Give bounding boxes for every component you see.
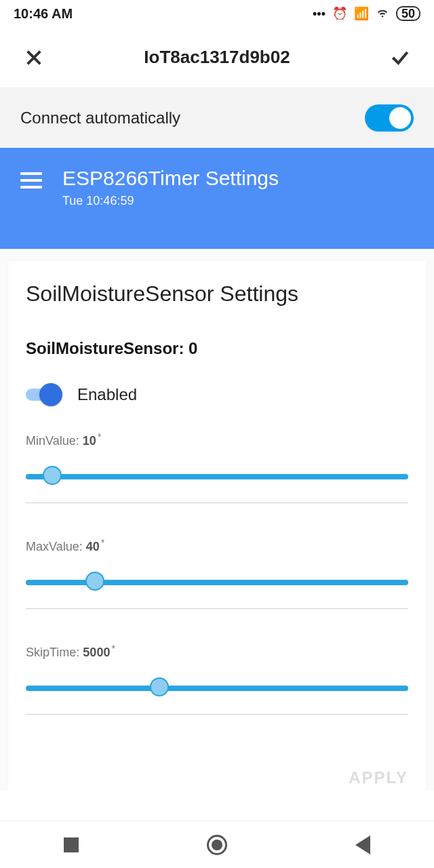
slider-track[interactable] <box>26 471 408 479</box>
battery-indicator: 50 <box>396 6 420 21</box>
content-area: SoilMoistureSensor Settings SoilMoisture… <box>0 249 434 790</box>
appbar-titles: ESP8266Timer Settings Tue 10:46:59 <box>62 167 279 208</box>
card-heading: SoilMoistureSensor Settings <box>26 281 408 307</box>
slider-label: SkipTime: 5000* <box>26 643 408 660</box>
divider <box>26 502 408 503</box>
connect-automatically-toggle[interactable] <box>365 104 414 132</box>
slider-track[interactable] <box>26 683 408 691</box>
ssid-title: IoT8ac1317d9b02 <box>144 47 290 68</box>
status-right: ••• ⏰ 📶 50 <box>313 5 420 22</box>
android-nav-bar <box>0 821 434 868</box>
signal-icon: 📶 <box>354 6 369 21</box>
confirm-button[interactable] <box>387 44 414 71</box>
toggle-knob <box>389 107 411 129</box>
menu-button[interactable] <box>20 172 42 189</box>
app-bar: ESP8266Timer Settings Tue 10:46:59 <box>0 148 434 249</box>
close-icon <box>23 47 45 68</box>
slider-track[interactable] <box>26 577 408 585</box>
alarm-icon: ⏰ <box>332 6 347 21</box>
slider-skiptime: SkipTime: 5000* <box>26 643 408 715</box>
card-subheading: SoilMoistureSensor: 0 <box>26 339 408 358</box>
wifi-icon <box>376 5 389 22</box>
ssid-header: IoT8ac1317d9b02 <box>0 27 434 88</box>
enabled-switch[interactable] <box>26 389 58 401</box>
status-time: 10:46 AM <box>14 6 73 22</box>
apply-button[interactable]: APPLY <box>349 768 408 787</box>
slider-thumb[interactable] <box>150 677 169 696</box>
more-icon: ••• <box>313 7 326 21</box>
connect-automatically-row: Connect automatically <box>0 88 434 148</box>
divider <box>26 608 408 609</box>
appbar-title: ESP8266Timer Settings <box>62 167 279 190</box>
enabled-label: Enabled <box>77 385 137 404</box>
slider-maxvalue: MaxValue: 40* <box>26 537 408 609</box>
android-status-bar: 10:46 AM ••• ⏰ 📶 50 <box>0 0 434 27</box>
slider-thumb[interactable] <box>85 572 104 591</box>
close-button[interactable] <box>20 44 47 71</box>
appbar-subtitle: Tue 10:46:59 <box>62 194 279 208</box>
enabled-row: Enabled <box>26 385 408 404</box>
hamburger-icon <box>20 172 42 175</box>
switch-thumb <box>39 383 62 406</box>
slider-label: MinValue: 10* <box>26 431 408 448</box>
divider <box>26 714 408 715</box>
connect-automatically-label: Connect automatically <box>20 108 180 127</box>
recent-apps-button[interactable] <box>64 837 79 852</box>
settings-card: SoilMoistureSensor Settings SoilMoisture… <box>8 261 426 790</box>
back-button[interactable] <box>355 835 370 854</box>
slider-thumb[interactable] <box>43 466 62 485</box>
check-icon <box>389 47 411 68</box>
home-button[interactable] <box>207 835 227 855</box>
slider-minvalue: MinValue: 10* <box>26 431 408 503</box>
slider-label: MaxValue: 40* <box>26 537 408 554</box>
